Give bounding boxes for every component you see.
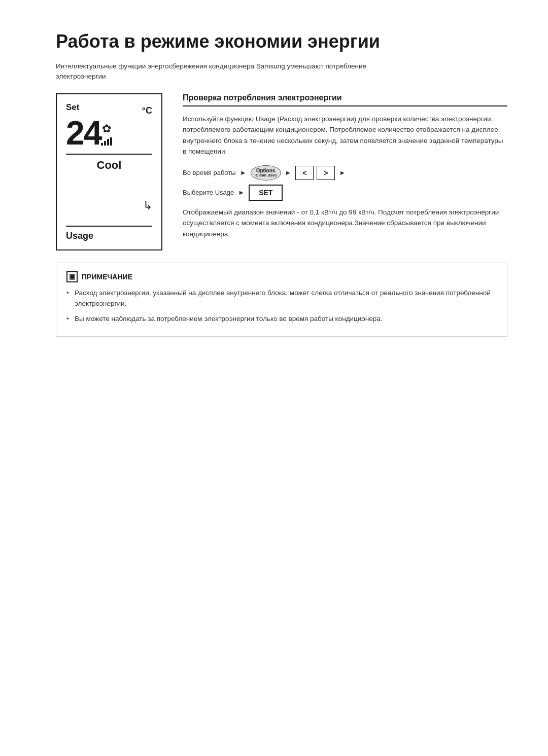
- section-body: Используйте функцию Usage (Расход электр…: [183, 114, 507, 157]
- page-title: Работа в режиме экономии энергии: [56, 30, 507, 52]
- display-degree: °C: [142, 105, 152, 116]
- display-box: Set °C 24 ✿: [56, 93, 162, 250]
- display-set-label: Set: [66, 102, 79, 113]
- wind-icon: ↳: [143, 199, 152, 212]
- nav-left-button[interactable]: <: [295, 166, 314, 180]
- display-divider-2: [66, 226, 152, 227]
- note-item-2: Вы можете наблюдать за потреблением элек…: [66, 313, 497, 325]
- set-button[interactable]: SET: [249, 185, 283, 201]
- display-icons-right: ✿: [101, 122, 112, 146]
- signal-bar-3: [107, 139, 109, 146]
- step1-label: Во время работы: [183, 169, 236, 176]
- note-header: ▣ ПРИМЕЧАНИЕ: [66, 271, 497, 282]
- arrow-icon-4: ►: [238, 189, 245, 196]
- display-temperature: 24: [66, 116, 101, 150]
- options-button[interactable]: Options iCIean.3sec: [251, 165, 281, 181]
- step2-label: Выберите Usage: [183, 189, 234, 196]
- display-divider-1: [66, 154, 152, 155]
- intro-text: Интеллектуальные функции энергосбережени…: [56, 61, 411, 82]
- steps-row-2: Выберите Usage ► SET: [183, 185, 507, 201]
- right-col: Проверка потребления электроэнергии Испо…: [183, 93, 507, 250]
- arrow-icon-1: ►: [240, 169, 247, 176]
- arrow-icon-3: ►: [339, 169, 346, 176]
- two-col-layout: Set °C 24 ✿: [56, 93, 507, 250]
- note-item-1: Расход электроэнергии, указанный на дисп…: [66, 287, 497, 309]
- display-num-row: 24 ✿: [66, 116, 152, 150]
- note-list: Расход электроэнергии, указанный на дисп…: [66, 287, 497, 325]
- display-usage-label: Usage: [66, 231, 152, 241]
- display-cool-label: Cool: [66, 159, 152, 172]
- range-text: Отображаемый диапазон значений - от 0,1 …: [183, 207, 507, 240]
- fan-icon: ✿: [102, 122, 111, 135]
- arrow-icon-2: ►: [285, 169, 292, 176]
- signal-bars: [101, 137, 112, 146]
- signal-bar-2: [104, 141, 106, 146]
- note-box: ▣ ПРИМЕЧАНИЕ Расход электроэнергии, указ…: [56, 263, 507, 337]
- nav-right-button[interactable]: >: [317, 166, 335, 180]
- signal-bar-4: [110, 137, 112, 146]
- section-title: Проверка потребления электроэнергии: [183, 93, 507, 106]
- note-icon: ▣: [66, 271, 78, 282]
- note-header-label: ПРИМЕЧАНИЕ: [82, 273, 132, 281]
- steps-row-1: Во время работы ► Options iCIean.3sec ► …: [183, 165, 507, 181]
- signal-bar-1: [101, 143, 103, 146]
- display-bottom: ↳ Usage: [66, 195, 152, 241]
